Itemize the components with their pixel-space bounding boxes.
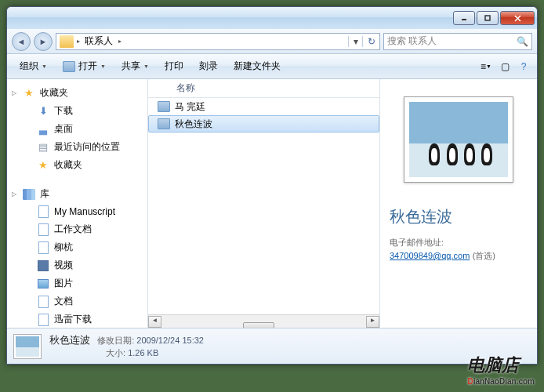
star-icon: ★	[37, 159, 49, 172]
newfolder-button[interactable]: 新建文件夹	[226, 56, 288, 76]
recent-icon: ▤	[37, 141, 49, 154]
document-icon	[37, 205, 49, 218]
content-area: ▷★收藏夹 ⬇下载 ▃桌面 ▤最近访问的位置 ★收藏夹 ▷库 My Manusc…	[7, 79, 537, 328]
refresh-button[interactable]: ↻	[362, 36, 379, 47]
scroll-thumb[interactable]	[243, 322, 274, 328]
sidebar-item-videos[interactable]: 视频	[7, 256, 147, 274]
email-link[interactable]: 347009849@qq.com	[390, 251, 470, 260]
preview-pane: 秋色连波 电子邮件地址: 347009849@qq.com (首选)	[380, 79, 537, 328]
email-suffix: (首选)	[473, 251, 495, 260]
sidebar-item-workdocs[interactable]: 工作文档	[7, 220, 147, 238]
contact-icon	[158, 101, 170, 112]
sidebar-item-pictures[interactable]: 图片	[7, 274, 147, 292]
picture-icon	[37, 278, 49, 290]
watermark: 电脑店 DianNaoDian.com	[467, 354, 535, 386]
scroll-right-button[interactable]: ►	[366, 316, 379, 328]
address-bar[interactable]: ▸ 联系人 ▸ ▾ ↻	[56, 33, 380, 50]
open-button[interactable]: 打开▼	[55, 56, 114, 76]
file-list-empty-area[interactable]	[148, 132, 379, 314]
file-row[interactable]: 马 完廷	[148, 98, 379, 115]
preview-thumbnail	[404, 96, 513, 183]
download-icon: ⬇	[37, 105, 49, 118]
file-list-pane: 名称 马 完廷 秋色连波 ◄ ►	[148, 79, 380, 328]
contact-photo	[409, 102, 508, 177]
favorites-header[interactable]: ▷★收藏夹	[7, 84, 147, 102]
explorer-window: ◄ ► ▸ 联系人 ▸ ▾ ↻ 搜索 联系人 🔍 组织▼ 打开▼ 共享▼ 打印 …	[6, 6, 538, 365]
sidebar-item-liuhang[interactable]: 柳杭	[7, 238, 147, 256]
navigation-pane: ▷★收藏夹 ⬇下载 ▃桌面 ▤最近访问的位置 ★收藏夹 ▷库 My Manusc…	[7, 79, 148, 328]
file-row[interactable]: 秋色连波	[148, 115, 379, 132]
email-label: 电子邮件地址:	[390, 237, 444, 249]
details-pane: 秋色连波 修改日期: 2009/12/24 15:32 大小: 1.26 KB	[7, 328, 537, 364]
sidebar-item-documents[interactable]: 文档	[7, 292, 147, 310]
scroll-left-button[interactable]: ◄	[148, 316, 161, 328]
sidebar-item-downloads[interactable]: ⬇下载	[7, 102, 147, 120]
burn-button[interactable]: 刻录	[191, 56, 226, 76]
organize-button[interactable]: 组织▼	[12, 56, 55, 76]
document-icon	[37, 241, 49, 254]
sidebar-item-xunlei[interactable]: 迅雷下载	[7, 310, 147, 328]
search-icon: 🔍	[517, 36, 528, 47]
video-icon	[37, 260, 49, 272]
folder-icon	[60, 35, 74, 48]
help-button[interactable]: ?	[515, 58, 532, 75]
document-icon	[37, 314, 49, 326]
document-icon	[37, 223, 49, 236]
details-thumbnail	[13, 334, 42, 359]
address-dropdown[interactable]: ▾	[348, 36, 362, 47]
sidebar-item-manuscript[interactable]: My Manuscript	[7, 203, 147, 220]
preview-pane-button[interactable]: ▢	[496, 58, 513, 75]
sidebar-item-desktop[interactable]: ▃桌面	[7, 120, 147, 138]
library-icon	[23, 188, 35, 201]
search-input[interactable]: 搜索 联系人 🔍	[383, 33, 532, 50]
share-button[interactable]: 共享▼	[114, 56, 157, 76]
view-options-button[interactable]: ≡▼	[477, 58, 495, 75]
document-icon	[37, 296, 49, 308]
svg-rect-1	[485, 16, 490, 20]
contact-name: 秋色连波	[390, 206, 452, 227]
maximize-button[interactable]	[477, 11, 499, 25]
contact-icon	[158, 118, 170, 129]
libraries-header[interactable]: ▷库	[7, 185, 147, 203]
address-segment[interactable]: 联系人	[80, 34, 118, 49]
sidebar-item-recent[interactable]: ▤最近访问的位置	[7, 138, 147, 156]
contact-icon	[63, 61, 75, 72]
search-placeholder: 搜索 联系人	[387, 34, 437, 48]
horizontal-scrollbar[interactable]: ◄ ►	[148, 314, 379, 328]
back-button[interactable]: ◄	[12, 32, 31, 51]
forward-button[interactable]: ►	[34, 32, 53, 51]
titlebar[interactable]	[7, 7, 537, 29]
details-filename: 秋色连波	[49, 334, 90, 346]
navigation-bar: ◄ ► ▸ 联系人 ▸ ▾ ↻ 搜索 联系人 🔍	[7, 29, 537, 54]
print-button[interactable]: 打印	[157, 56, 191, 76]
column-header-name[interactable]: 名称	[148, 79, 379, 98]
desktop-icon: ▃	[37, 123, 49, 136]
minimize-button[interactable]	[453, 11, 475, 25]
sidebar-item-favorites[interactable]: ★收藏夹	[7, 156, 147, 174]
star-icon: ★	[23, 87, 35, 100]
command-toolbar: 组织▼ 打开▼ 共享▼ 打印 刻录 新建文件夹 ≡▼ ▢ ?	[7, 54, 537, 79]
close-button[interactable]	[500, 11, 535, 25]
